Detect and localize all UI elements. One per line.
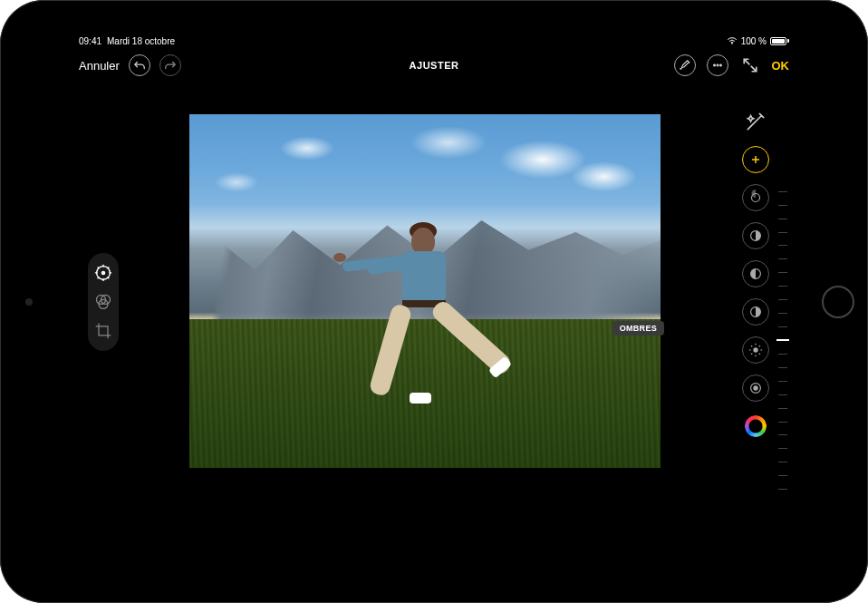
editor-content: OMBRES [72, 83, 796, 571]
status-date: Mardi 18 octobre [107, 36, 175, 46]
shadows-button[interactable] [742, 260, 769, 287]
crop-mode-button[interactable] [91, 317, 116, 343]
done-button[interactable]: OK [772, 59, 790, 73]
brilliance-button[interactable] [742, 184, 769, 211]
saturation-icon [745, 415, 767, 437]
fullscreen-button[interactable] [739, 54, 761, 76]
svg-point-1 [716, 64, 718, 66]
front-camera [25, 298, 33, 306]
brightness-icon [747, 342, 764, 358]
fullscreen-icon [742, 57, 758, 73]
black-point-button[interactable] [742, 374, 769, 402]
mode-title: AJUSTER [410, 60, 459, 71]
ipad-device-frame: 09:41 Mardi 18 octobre 100 % Annuler [0, 0, 868, 603]
shadows-icon [747, 266, 764, 282]
markup-button[interactable] [674, 54, 696, 76]
svg-point-2 [719, 64, 721, 66]
battery-icon [770, 37, 789, 45]
mode-switcher [88, 252, 119, 350]
more-icon [711, 59, 724, 72]
svg-point-4 [101, 270, 106, 275]
screen: 09:41 Mardi 18 octobre 100 % Annuler [72, 32, 796, 571]
battery-percent: 100 % [741, 36, 767, 46]
highlights-icon [747, 228, 764, 244]
wand-icon [744, 110, 767, 133]
filters-icon [94, 292, 112, 310]
redo-icon [164, 59, 177, 72]
undo-button[interactable] [129, 54, 150, 76]
status-time: 09:41 [79, 36, 101, 46]
photo-sky [189, 114, 661, 228]
filters-mode-button[interactable] [91, 288, 116, 314]
markup-icon [679, 59, 691, 72]
adjust-mode-button[interactable] [91, 259, 116, 285]
svg-point-0 [713, 64, 715, 66]
exposure-icon [748, 152, 763, 167]
wifi-icon [727, 36, 738, 46]
contrast-button[interactable] [742, 298, 769, 326]
brightness-button[interactable] [742, 336, 769, 364]
svg-point-14 [753, 385, 757, 390]
home-button[interactable] [822, 286, 854, 318]
redo-button[interactable] [159, 54, 181, 76]
highlights-button[interactable] [742, 222, 769, 249]
more-button[interactable] [707, 54, 728, 76]
blackpoint-icon [747, 380, 764, 396]
undo-icon [133, 59, 146, 72]
crop-icon [94, 321, 112, 339]
adjust-dial-icon [93, 262, 113, 282]
cancel-button[interactable]: Annuler [79, 59, 120, 73]
adjustment-list [742, 108, 769, 440]
photo-canvas[interactable]: OMBRES [189, 114, 661, 468]
contrast-icon [747, 304, 764, 320]
editor-toolbar: Annuler AJUSTER OK [72, 48, 796, 83]
adjustment-slider[interactable] [776, 191, 789, 490]
auto-enhance-button[interactable] [742, 108, 769, 135]
status-bar: 09:41 Mardi 18 octobre 100 % [72, 32, 796, 48]
slider-indicator [776, 339, 789, 341]
photo-subject [359, 220, 513, 420]
svg-point-12 [753, 347, 757, 352]
adjustment-tooltip: OMBRES [612, 321, 664, 336]
saturation-button[interactable] [742, 413, 769, 440]
brilliance-icon [747, 190, 764, 206]
exposure-button[interactable] [742, 146, 769, 173]
